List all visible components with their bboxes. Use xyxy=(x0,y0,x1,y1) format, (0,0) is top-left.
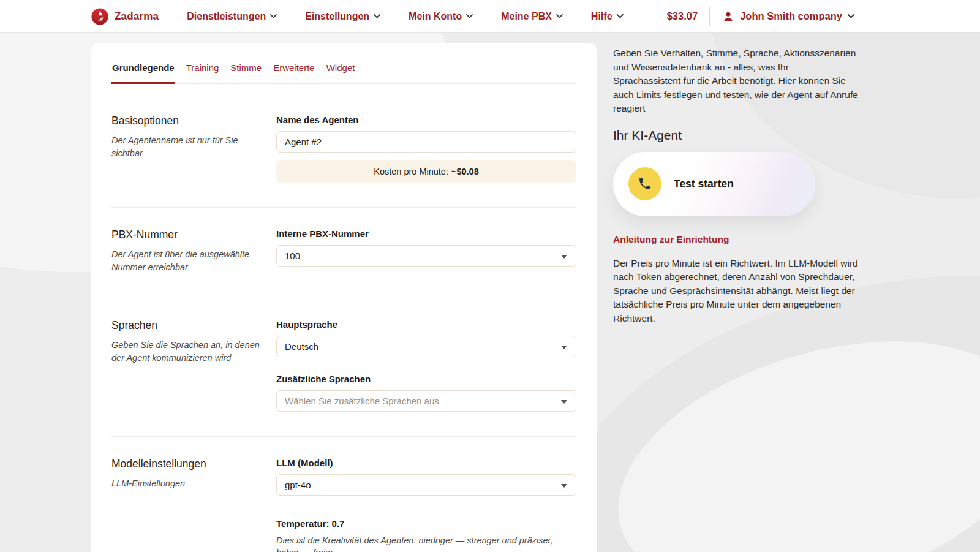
header-right: $33.07 John Smith company xyxy=(667,7,854,26)
section-basisoptionen: Basisoptionen Der Agentenname ist nur fü… xyxy=(111,84,576,208)
temperature-description: Dies ist die Kreativität des Agenten: ni… xyxy=(276,534,576,552)
main-language-label: Hauptsprache xyxy=(276,319,576,330)
chevron-down-icon xyxy=(556,14,563,18)
agent-settings-card: Grundlegende Training Stimme Erweiterte … xyxy=(91,43,597,552)
sidebar-heading: Ihr KI-Agent xyxy=(613,128,858,143)
dropdown-arrow-icon xyxy=(561,346,567,349)
tab-erweiterte[interactable]: Erweiterte xyxy=(273,62,315,84)
phone-icon-circle xyxy=(628,167,662,200)
tab-widget[interactable]: Widget xyxy=(326,62,356,84)
nav-label: Dienstleistungen xyxy=(187,11,266,22)
section-title: PBX-Nummer xyxy=(111,229,263,241)
phone-icon xyxy=(638,176,652,191)
sidebar-intro-text: Geben Sie Verhalten, Stimme, Sprache, Ak… xyxy=(613,47,858,116)
section-title: Basisoptionen xyxy=(111,115,263,127)
section-sprachen: Sprachen Geben Sie die Sprachen an, in d… xyxy=(111,298,576,437)
select-value: gpt-4o xyxy=(285,480,311,490)
section-modelleinstellungen: Modelleinstellungen LLM-Einstellungen LL… xyxy=(111,437,576,552)
info-sidebar: Geben Sie Verhalten, Stimme, Sprache, Ak… xyxy=(613,47,858,325)
dropdown-arrow-icon xyxy=(561,400,567,404)
user-name: John Smith company xyxy=(740,10,842,22)
nav-label: Meine PBX xyxy=(501,11,552,22)
background-swirl xyxy=(589,297,980,552)
cost-label: Kosten pro Minute: xyxy=(374,167,448,176)
llm-model-select[interactable]: gpt-4o xyxy=(276,474,576,496)
nav-item-dienstleistungen[interactable]: Dienstleistungen xyxy=(187,11,277,22)
section-title: Sprachen xyxy=(111,319,263,332)
tab-training[interactable]: Training xyxy=(186,62,220,84)
section-title: Modelleinstellungen xyxy=(111,458,263,471)
nav-label: Mein Konto xyxy=(409,11,462,22)
zadarma-logo[interactable]: Zadarma xyxy=(91,7,159,26)
select-value: Deutsch xyxy=(285,341,318,352)
tab-stimme[interactable]: Stimme xyxy=(230,62,262,84)
temperature-label: Temperatur: 0.7 xyxy=(276,518,576,529)
nav-item-einstellungen[interactable]: Einstellungen xyxy=(305,11,380,22)
pbx-number-label: Interne PBX-Nummer xyxy=(276,229,576,239)
user-menu[interactable]: John Smith company xyxy=(722,10,854,23)
nav-item-hilfe[interactable]: Hilfe xyxy=(591,11,624,22)
nav-item-mein-konto[interactable]: Mein Konto xyxy=(409,11,473,22)
chevron-down-icon xyxy=(270,14,277,18)
brand-name: Zadarma xyxy=(115,10,159,23)
chevron-down-icon xyxy=(374,14,380,18)
chevron-down-icon xyxy=(848,14,854,18)
top-nav-bar: Zadarma Dienstleistungen Einstellungen M… xyxy=(0,0,980,33)
main-nav: Dienstleistungen Einstellungen Mein Kont… xyxy=(187,11,623,22)
nav-label: Hilfe xyxy=(591,11,612,22)
person-icon xyxy=(722,10,734,23)
dropdown-arrow-icon xyxy=(561,255,567,259)
cost-value: ~$0.08 xyxy=(451,167,479,176)
llm-model-label: LLM (Modell) xyxy=(276,458,576,468)
pricing-note-text: Der Preis pro Minute ist ein Richtwert. … xyxy=(613,257,858,326)
tab-grundlegende[interactable]: Grundlegende xyxy=(111,62,175,84)
test-start-button[interactable]: Test starten xyxy=(613,152,815,216)
additional-languages-label: Zusätzliche Sprachen xyxy=(276,374,576,384)
dropdown-arrow-icon xyxy=(561,484,567,488)
test-button-label: Test starten xyxy=(674,178,734,191)
cost-per-minute-note: Kosten pro Minute: ~$0.08 xyxy=(276,160,576,183)
chevron-down-icon xyxy=(617,14,624,18)
tab-bar: Grundlegende Training Stimme Erweiterte … xyxy=(111,43,576,84)
agent-name-input[interactable] xyxy=(276,131,576,153)
setup-guide-link[interactable]: Anleitung zur Einrichtung xyxy=(613,234,729,245)
section-description: Der Agentenname ist nur für Sie sichtbar xyxy=(111,134,263,159)
main-language-select[interactable]: Deutsch xyxy=(276,336,576,357)
nav-label: Einstellungen xyxy=(305,11,369,22)
zadarma-sphere-icon xyxy=(91,7,109,26)
nav-item-meine-pbx[interactable]: Meine PBX xyxy=(501,11,563,22)
select-placeholder: Wählen Sie zusätzliche Sprachen aus xyxy=(285,396,439,406)
pbx-number-select[interactable]: 100 xyxy=(276,245,576,267)
account-balance[interactable]: $33.07 xyxy=(667,10,698,22)
agent-name-label: Name des Agenten xyxy=(276,115,576,125)
section-description: Der Agent ist über die ausgewählte Numme… xyxy=(111,248,263,273)
header-divider xyxy=(709,7,710,26)
page-body: Grundlegende Training Stimme Erweiterte … xyxy=(0,33,980,552)
section-description: LLM-Einstellungen xyxy=(111,477,263,490)
select-value: 100 xyxy=(285,251,300,261)
additional-languages-select[interactable]: Wählen Sie zusätzliche Sprachen aus xyxy=(276,390,576,412)
section-pbx-nummer: PBX-Nummer Der Agent ist über die ausgew… xyxy=(111,208,576,298)
chevron-down-icon xyxy=(466,14,473,18)
section-description: Geben Sie die Sprachen an, in denen der … xyxy=(111,339,263,364)
